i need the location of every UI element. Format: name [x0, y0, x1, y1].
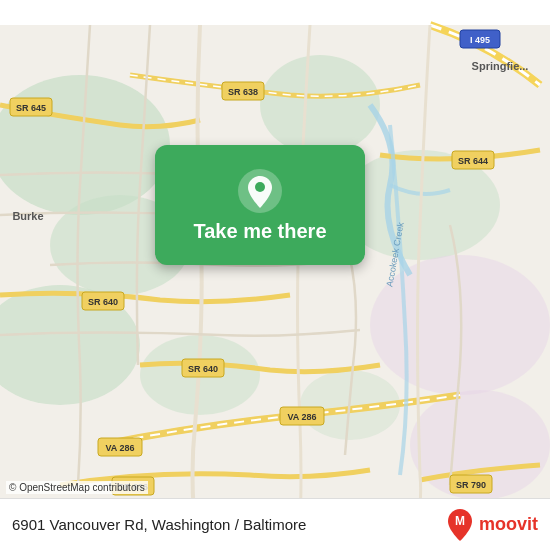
moovit-brand-text: moovit: [479, 514, 538, 535]
moovit-logo: M moovit: [444, 507, 538, 543]
svg-text:SR 640: SR 640: [88, 297, 118, 307]
map-container: SR 645 SR 638 I 495 SR 644 SR 640 SR 640…: [0, 0, 550, 550]
take-me-there-button[interactable]: Take me there: [155, 145, 365, 265]
svg-text:SR 640: SR 640: [188, 364, 218, 374]
map-attribution: © OpenStreetMap contributors: [6, 481, 148, 494]
location-pin-icon: [237, 168, 283, 214]
bottom-info-bar: 6901 Vancouver Rd, Washington / Baltimor…: [0, 498, 550, 550]
address-label: 6901 Vancouver Rd, Washington / Baltimor…: [12, 516, 444, 533]
svg-text:SR 790: SR 790: [456, 480, 486, 490]
svg-text:Burke: Burke: [12, 210, 43, 222]
svg-text:SR 645: SR 645: [16, 103, 46, 113]
take-me-there-label: Take me there: [193, 220, 326, 243]
map-background: SR 645 SR 638 I 495 SR 644 SR 640 SR 640…: [0, 0, 550, 550]
svg-text:SR 644: SR 644: [458, 156, 488, 166]
svg-text:VA 286: VA 286: [105, 443, 134, 453]
svg-text:SR 638: SR 638: [228, 87, 258, 97]
moovit-icon: M: [444, 507, 476, 543]
svg-text:VA 286: VA 286: [287, 412, 316, 422]
svg-text:I 495: I 495: [470, 35, 490, 45]
svg-point-4: [260, 55, 380, 155]
svg-text:Springfie...: Springfie...: [472, 60, 529, 72]
svg-text:M: M: [455, 514, 465, 528]
svg-point-34: [255, 182, 265, 192]
